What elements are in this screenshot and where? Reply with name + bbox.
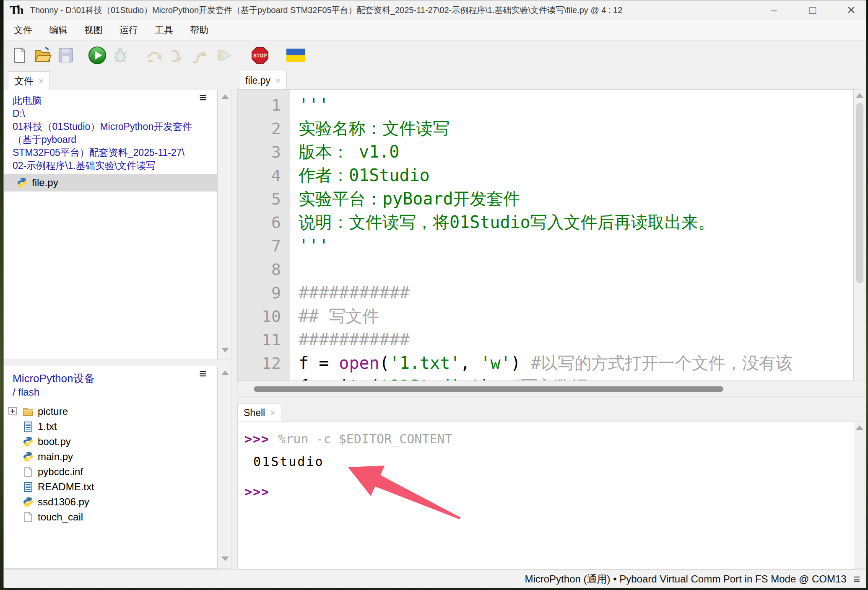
run-icon[interactable] xyxy=(88,46,107,65)
device-panel-menu-icon[interactable]: ≡ xyxy=(199,368,207,379)
scroll-up-icon[interactable] xyxy=(221,370,229,375)
line-number: 9 xyxy=(238,281,290,305)
menu-item-视图[interactable]: 视图 xyxy=(83,23,104,37)
tree-expander-icon[interactable] xyxy=(8,407,18,416)
menu-item-帮助[interactable]: 帮助 xyxy=(188,23,210,37)
editor-horizontal-scrollbar[interactable] xyxy=(237,381,865,397)
scroll-up-icon[interactable] xyxy=(856,93,863,98)
line-number: 11 xyxy=(238,328,290,352)
status-bar: MicroPython (通用) • Pyboard Virtual Comm … xyxy=(4,569,866,588)
stop-icon[interactable]: STOP xyxy=(251,46,269,65)
tab-files-close-icon[interactable]: × xyxy=(39,76,44,86)
toolbar: STOP xyxy=(4,41,866,70)
code-text: f.write('01Studio') #写入数据 xyxy=(290,377,588,381)
editor-code-line: 9########### xyxy=(238,281,853,304)
files-path-line[interactable]: STM32F05平台）配套资料_2025-11-27\ xyxy=(13,146,217,159)
ukraine-flag-icon[interactable] xyxy=(286,46,305,65)
device-file-row[interactable]: touch_cail xyxy=(4,510,217,525)
line-number: 5 xyxy=(238,187,290,211)
editor-scrollbar-thumb[interactable] xyxy=(856,103,863,283)
code-text xyxy=(290,259,299,279)
editor-code-line: 5实验平台：pyBoard开发套件 xyxy=(238,187,853,210)
shell-line: >>> xyxy=(244,481,854,503)
files-path-line[interactable]: 01科技（01Studio）MicroPython开发套件 xyxy=(13,120,217,133)
code-text: ## 写文件 xyxy=(290,306,379,326)
tab-editor-file[interactable]: file.py × xyxy=(239,71,287,90)
scroll-up-icon[interactable] xyxy=(221,94,229,99)
shell-line: >>> %run -c $EDITOR_CONTENT xyxy=(244,428,854,450)
code-text: ''' xyxy=(290,236,329,255)
python-icon xyxy=(23,451,34,462)
shell-scrollbar[interactable] xyxy=(854,422,865,569)
device-file-row[interactable]: README.txt xyxy=(4,479,217,494)
files-path-line[interactable]: 此电脑 xyxy=(13,94,217,107)
title-bar: Th Thonny - D:\01科技（01Studio）MicroPython… xyxy=(4,0,866,20)
resume-icon xyxy=(214,46,233,65)
files-panel-menu-icon[interactable]: ≡ xyxy=(199,92,207,103)
scroll-up-icon[interactable] xyxy=(856,425,863,430)
editor-code-line: 2实验名称：文件读写 xyxy=(238,116,853,140)
debug-icon xyxy=(111,46,130,65)
python-icon xyxy=(23,497,34,507)
line-number: 8 xyxy=(238,258,290,281)
files-scrollbar[interactable] xyxy=(218,90,232,360)
editor-vertical-scrollbar[interactable] xyxy=(854,89,865,381)
device-file-name: boot.py xyxy=(38,436,71,448)
menu-item-编辑[interactable]: 编辑 xyxy=(47,23,69,37)
editor-code-line: 7''' xyxy=(238,234,853,257)
device-file-row[interactable]: pybcdc.inf xyxy=(4,464,217,479)
editor-code-line: 11########### xyxy=(238,328,853,351)
tab-files[interactable]: 文件 × xyxy=(8,71,50,90)
line-number: 6 xyxy=(238,211,290,234)
close-button[interactable]: ✕ xyxy=(844,4,858,17)
open-folder-icon[interactable] xyxy=(34,46,52,65)
maximize-button[interactable]: □ xyxy=(806,4,820,17)
files-path-line[interactable]: 02-示例程序\1.基础实验\文件读写 xyxy=(13,159,217,172)
status-menu-icon[interactable]: ≡ xyxy=(853,572,860,586)
files-selected-row[interactable]: file.py xyxy=(4,174,217,191)
device-file-row[interactable]: main.py xyxy=(4,449,217,464)
menu-item-工具[interactable]: 工具 xyxy=(153,23,175,37)
files-path-line[interactable]: （基于pyboard xyxy=(13,133,217,146)
files-path-line[interactable]: D:\ xyxy=(13,107,217,120)
minimize-button[interactable]: – xyxy=(767,4,781,17)
code-text: 实验平台：pyBoard开发套件 xyxy=(290,189,520,208)
device-file-name: picture xyxy=(38,406,68,417)
tab-shell[interactable]: Shell × xyxy=(237,403,281,422)
stop-label: STOP xyxy=(253,53,267,59)
line-number: 13 xyxy=(238,375,290,381)
code-editor[interactable]: 1'''2实验名称：文件读写3版本： v1.04作者：01Studio5实验平台… xyxy=(237,89,854,381)
code-text: 实验名称：文件读写 xyxy=(290,119,450,138)
new-file-icon[interactable] xyxy=(10,46,29,65)
file-icon xyxy=(23,512,34,523)
line-number: 3 xyxy=(238,140,290,164)
device-panel-title: MicroPython设备 xyxy=(13,371,217,386)
menu-item-运行[interactable]: 运行 xyxy=(118,23,140,37)
files-path-tree: 此电脑D:\01科技（01Studio）MicroPython开发套件（基于py… xyxy=(4,90,217,172)
tab-shell-close-icon[interactable]: × xyxy=(270,408,275,418)
tab-editor-close-icon[interactable]: × xyxy=(275,75,281,85)
device-scrollbar[interactable] xyxy=(218,366,232,569)
window-title: Thonny - D:\01科技（01Studio）MicroPython开发套… xyxy=(30,5,623,16)
line-number: 1 xyxy=(238,93,290,117)
device-file-row[interactable]: ssd1306.py xyxy=(4,494,217,510)
tab-editor-label: file.py xyxy=(245,75,270,86)
save-icon xyxy=(57,46,75,65)
line-number: 2 xyxy=(238,117,290,140)
scroll-down-icon[interactable] xyxy=(221,348,229,352)
device-panel-path: / flash xyxy=(13,386,217,399)
editor-code-line: 8 xyxy=(238,257,853,281)
shell-panel[interactable]: >>> %run -c $EDITOR_CONTENT 01Studio>>> xyxy=(237,422,855,569)
editor-hscrollbar-thumb[interactable] xyxy=(254,386,723,392)
scroll-down-icon[interactable] xyxy=(221,556,229,561)
code-text: ''' xyxy=(290,95,329,114)
device-file-name: main.py xyxy=(38,451,73,463)
device-file-row[interactable]: 1.txt xyxy=(4,419,217,434)
device-file-row[interactable]: picture xyxy=(4,404,217,419)
shell-lines: >>> %run -c $EDITOR_CONTENT 01Studio>>> xyxy=(238,422,854,503)
menu-item-文件[interactable]: 文件 xyxy=(12,23,34,37)
device-file-name: ssd1306.py xyxy=(38,496,89,508)
device-file-row[interactable]: boot.py xyxy=(4,434,217,449)
editor-code-line: 12f = open('1.txt', 'w') #以写的方式打开一个文件，没有… xyxy=(238,351,853,375)
micropython-device-panel: MicroPython设备 / flash picture1.txtboot.p… xyxy=(4,366,218,569)
